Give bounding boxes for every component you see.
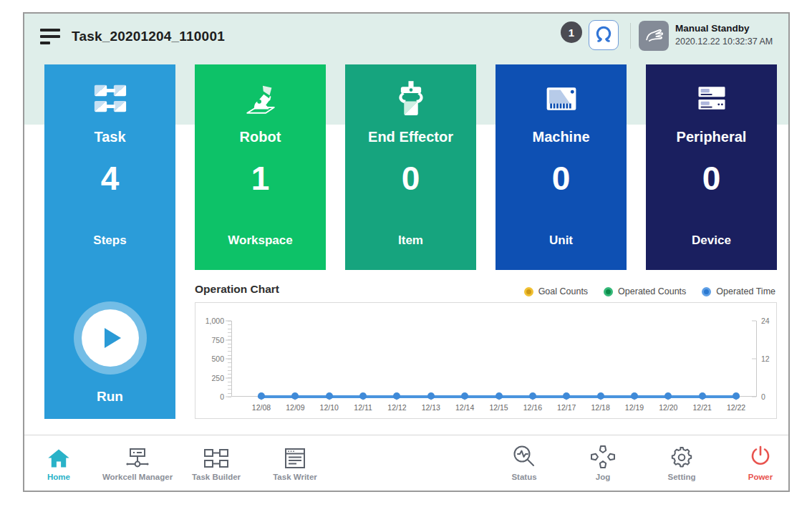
nav-item-label: Task Writer	[273, 473, 317, 481]
right-axis-tick	[752, 321, 756, 322]
nav-item-status[interactable]: Status	[485, 443, 564, 481]
right-axis-tick-label: 0	[761, 392, 765, 401]
task-builder-icon	[203, 443, 229, 469]
legend-item-operated-time: Operated Time	[702, 286, 775, 296]
status-timestamp: 2020.12.22 10:32:37 AM	[675, 37, 773, 47]
nav-item-home[interactable]: Home	[23, 443, 98, 481]
robot-joint-button[interactable]	[589, 20, 619, 50]
status-icon	[512, 443, 536, 469]
setting-icon	[670, 443, 694, 469]
nav-item-label: Setting	[668, 473, 696, 481]
right-axis-tick-label: 24	[761, 317, 770, 325]
chart-point	[393, 392, 400, 400]
task-icon	[44, 79, 175, 119]
chart-point	[631, 392, 638, 400]
y-axis-tick-label: 250	[197, 374, 224, 382]
y-axis-tick	[226, 339, 231, 340]
nav-item-label: Jog	[596, 473, 610, 481]
x-axis-label: 12/13	[415, 403, 447, 412]
card-peripheral[interactable]: Peripheral0Device	[646, 64, 777, 270]
hamburger-menu-icon[interactable]	[40, 29, 62, 47]
end-effector-icon	[345, 79, 476, 119]
card-value: 0	[345, 159, 476, 198]
nav-item-label: Home	[47, 473, 70, 481]
x-axis-label: 12/18	[585, 403, 617, 412]
chart-point	[258, 392, 265, 400]
workcell-manager-icon	[124, 443, 151, 469]
x-axis-label: 12/22	[720, 403, 752, 412]
card-title: End Effector	[345, 129, 476, 145]
play-icon	[105, 328, 121, 348]
x-axis-label: 12/16	[517, 403, 548, 412]
chart-point	[291, 392, 299, 400]
jog-icon	[590, 443, 616, 469]
nav-item-setting[interactable]: Setting	[642, 443, 721, 481]
x-axis-label: 12/14	[449, 403, 480, 412]
chart-legend: Goal CountsOperated CountsOperated Time	[524, 286, 775, 296]
card-title: Robot	[195, 129, 326, 145]
legend-item-goal-counts: Goal Counts	[524, 286, 588, 296]
nav-item-jog[interactable]: Jog	[564, 443, 642, 481]
right-axis-tick	[752, 397, 756, 397]
manual-mode-button[interactable]	[639, 21, 669, 51]
bottom-navbar: HomeWorkcell ManagerTask BuilderTask Wri…	[24, 435, 788, 491]
nav-item-workcell-manager[interactable]: Workcell Manager	[98, 443, 177, 481]
chart-point	[597, 392, 604, 400]
operation-chart: 02505007501,0000122412/0812/0912/1012/11…	[195, 302, 777, 419]
power-icon	[748, 443, 773, 469]
nav-item-label: Power	[748, 473, 773, 481]
x-axis-label: 12/08	[246, 403, 277, 412]
dashboard-frame: Task_20201204_110001 1 Manual Standby 20…	[23, 12, 790, 492]
run-button[interactable]	[74, 301, 147, 375]
card-value: 4	[44, 159, 175, 198]
card-end-effector[interactable]: End Effector0Item	[345, 64, 476, 270]
card-title: Peripheral	[646, 129, 777, 145]
nav-item-label: Status	[511, 473, 536, 481]
card-title: Task	[44, 129, 175, 145]
card-task[interactable]: Task4StepsRun	[44, 64, 175, 419]
y-axis-tick	[226, 377, 231, 378]
legend-item-operated-counts: Operated Counts	[604, 286, 686, 296]
x-axis-label: 12/21	[687, 403, 718, 412]
peripheral-icon	[646, 79, 777, 119]
y-axis-tick-label: 750	[197, 336, 224, 344]
nav-item-task-builder[interactable]: Task Builder	[177, 443, 256, 481]
chart-point	[496, 392, 503, 400]
card-machine[interactable]: Machine0Unit	[496, 64, 627, 270]
x-axis-label: 12/12	[381, 403, 412, 412]
chart-point	[699, 392, 706, 400]
machine-icon	[496, 79, 627, 119]
x-axis-label: 12/20	[652, 403, 684, 412]
chart-point	[359, 392, 367, 400]
y-axis-left	[231, 321, 232, 397]
legend-marker	[604, 287, 613, 296]
run-label: Run	[44, 389, 175, 405]
chart-point	[326, 392, 333, 400]
page-title: Task_20201204_110001	[72, 29, 225, 44]
y-axis-tick	[226, 321, 231, 322]
topbar-divider	[630, 23, 631, 49]
card-unit: Item	[345, 233, 476, 248]
notification-badge: 1	[561, 21, 582, 43]
nav-item-power[interactable]: Power	[721, 443, 790, 481]
card-unit: Unit	[496, 233, 627, 248]
card-title: Machine	[496, 129, 627, 145]
y-axis-tick-label: 500	[197, 354, 224, 363]
chart-point	[664, 392, 672, 400]
card-unit: Workspace	[195, 233, 326, 248]
x-axis-label: 12/19	[619, 403, 650, 412]
right-axis-tick	[752, 359, 756, 359]
card-value: 0	[496, 159, 627, 198]
home-icon	[47, 443, 70, 469]
manual-hand-icon	[644, 24, 664, 47]
legend-label: Operated Time	[716, 286, 775, 296]
x-axis-label: 12/11	[347, 403, 379, 412]
right-axis-tick-label: 12	[761, 354, 770, 363]
robot-icon	[195, 79, 326, 119]
card-robot[interactable]: Robot1Workspace	[195, 64, 326, 270]
chart-point	[563, 392, 570, 400]
card-unit: Steps	[44, 233, 175, 248]
nav-item-task-writer[interactable]: Task Writer	[256, 443, 334, 481]
chart-point	[529, 392, 536, 400]
y-axis-tick-label: 1,000	[197, 317, 224, 325]
